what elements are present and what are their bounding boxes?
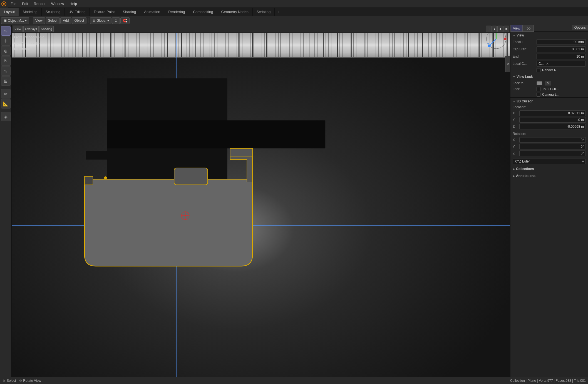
status-info: Collection | Plane | Verts:977 | Faces:9… [510, 379, 586, 383]
clip-start-label: Clip Start [513, 47, 535, 51]
view-lock-header[interactable]: ▼ View Lock [510, 73, 588, 80]
tab-uv-editing[interactable]: UV Editing [64, 8, 90, 16]
tab-texture-paint[interactable]: Texture Paint [90, 8, 119, 16]
transform-space-btn[interactable]: ⊕ Global ▾ [90, 17, 111, 24]
add-menu-btn[interactable]: Add [60, 17, 71, 24]
transform-icon: ⊕ [93, 19, 95, 23]
to-3d-cursor-checkbox[interactable] [537, 87, 540, 91]
proportional-btn[interactable]: ⊙ [112, 17, 120, 24]
viewport-toolbar: View Overlays Shading ⬚ ● ◑ ◉ [12, 25, 510, 33]
cursor-rz-value[interactable]: 0° [519, 151, 586, 156]
sidebar-toggle[interactable]: N [505, 56, 510, 72]
cursor-3d-arrow: ▼ [513, 100, 515, 103]
tab-geometry-nodes[interactable]: Geometry Nodes [217, 8, 252, 16]
lock-to-picker[interactable]: ⇱ [545, 81, 551, 85]
to-3d-cursor-text: To 3D Cu... [542, 87, 559, 91]
snap-btn[interactable]: 🧲 [120, 17, 130, 24]
object-menu-btn[interactable]: Object [72, 17, 87, 24]
crosshair-horizontal [12, 225, 510, 226]
annotations-header[interactable]: ▶ Annotations [510, 172, 588, 179]
blender-logo [0, 0, 8, 8]
view-menu-btn[interactable]: View [33, 17, 45, 24]
select-label: Select [7, 379, 16, 383]
cursor-y-row: Y -0 m [510, 117, 588, 123]
rotate-tool-btn[interactable]: ↻ [1, 56, 11, 66]
svg-point-1 [3, 3, 5, 5]
tab-animation[interactable]: Animation [140, 8, 164, 16]
local-camera-clear[interactable]: ✕ [545, 62, 550, 66]
viewport[interactable]: View Overlays Shading ⬚ ● ◑ ◉ [12, 25, 510, 377]
clip-end-value[interactable]: 10 m [537, 54, 586, 59]
menu-edit[interactable]: Edit [19, 0, 31, 8]
status-bar: 🖱 Select ⊙ Rotate View Collection | Plan… [0, 377, 588, 384]
cursor-tool-btn[interactable]: ✛ [1, 36, 11, 46]
dropdown-arrow: ▾ [25, 19, 27, 23]
panel-view-tab[interactable]: View [510, 25, 523, 32]
transform-tool-btn[interactable]: ⊞ [1, 76, 11, 86]
material-btn[interactable]: ◑ [497, 26, 503, 32]
left-toolbar: ↖ ✛ ⊕ ↻ ⤡ ⊞ ✏ 📐 ◈ [0, 25, 12, 377]
menu-render[interactable]: Render [31, 0, 48, 8]
tab-sculpting[interactable]: Sculpting [42, 8, 64, 16]
rotate-status: ⊙ Rotate View [19, 379, 41, 383]
viewport-shading-btn[interactable]: Shading [39, 26, 54, 32]
rotation-label: Rotation: [513, 132, 535, 136]
add-workspace-button[interactable]: + [275, 9, 283, 14]
collections-header[interactable]: ▶ Collections [510, 165, 588, 172]
viewport-view-btn[interactable]: View [13, 26, 23, 32]
options-button[interactable]: Options [572, 25, 588, 30]
view-lock-title: View Lock [517, 75, 533, 79]
tab-compositing[interactable]: Compositing [189, 8, 217, 16]
focal-length-value[interactable]: 90 mm [537, 39, 586, 45]
cursor-ry-value[interactable]: 0° [519, 144, 586, 149]
camera-to-checkbox[interactable] [537, 93, 540, 97]
mesh-object [12, 25, 510, 286]
cursor-z-value[interactable]: -0.00568 m [519, 124, 586, 129]
cursor-z-row: Z -0.00568 m [510, 123, 588, 130]
view-section-header[interactable]: ▼ View [510, 32, 588, 38]
camera-to-text: Camera t... [542, 93, 559, 97]
select-status: 🖱 Select [2, 379, 16, 383]
tab-shading[interactable]: Shading [119, 8, 140, 16]
euler-label: XYZ Euler [515, 159, 530, 163]
local-camera-field[interactable]: C... ✕ [537, 61, 586, 67]
local-camera-row: Local C... C... ✕ [510, 60, 588, 67]
tab-layout[interactable]: Layout [0, 8, 19, 16]
proportional-icon: ⊙ [115, 19, 117, 23]
measure-tool-btn[interactable]: 📐 [1, 99, 11, 109]
cursor-3d-header[interactable]: ▼ 3D Cursor [510, 98, 588, 104]
rendered-btn[interactable]: ◉ [503, 26, 509, 32]
select-tool-btn[interactable]: ↖ [1, 26, 11, 36]
cursor-x-label: X [513, 111, 518, 115]
view-section: ▼ View Focal L... 90 mm Clip Start 0.001… [510, 32, 588, 73]
menu-help[interactable]: Help [67, 0, 80, 8]
cursor-rx-value[interactable]: 0° [519, 137, 586, 143]
tab-scripting[interactable]: Scripting [253, 8, 275, 16]
menu-window[interactable]: Window [48, 0, 67, 8]
cursor-y-value[interactable]: -0 m [519, 117, 586, 123]
lock-to-swatch[interactable] [537, 81, 542, 85]
cursor-ry-label: Y [513, 145, 518, 149]
wireframe-btn[interactable]: ⬚ [486, 26, 492, 32]
tab-rendering[interactable]: Rendering [164, 8, 189, 16]
move-tool-btn[interactable]: ⊕ [1, 46, 11, 56]
scale-tool-btn[interactable]: ⤡ [1, 66, 11, 76]
panel-tool-tab[interactable]: Tool [523, 25, 534, 32]
render-region-checkbox[interactable] [537, 68, 540, 72]
euler-selector[interactable]: XYZ Euler ▾ [513, 159, 586, 164]
separator-1 [31, 18, 31, 23]
menu-file[interactable]: File [8, 0, 19, 8]
rotate-label: Rotate View [23, 379, 41, 383]
tab-modeling[interactable]: Modeling [19, 8, 42, 16]
euler-arrow: ▾ [582, 159, 584, 163]
cursor-x-value[interactable]: 0.02811 m [519, 110, 586, 116]
annotate-tool-btn[interactable]: ✏ [1, 89, 11, 99]
select-menu-btn[interactable]: Select [46, 17, 60, 24]
viewport-overlays-btn[interactable]: Overlays [23, 26, 39, 32]
object-mode-btn[interactable]: ▣ Object M... ▾ [1, 17, 29, 24]
cursor-ry-row: Y 0° [510, 143, 588, 150]
solid-btn[interactable]: ● [492, 26, 497, 32]
clip-end-row: End 10 m [510, 53, 588, 60]
clip-start-value[interactable]: 0.001 m [537, 46, 586, 52]
add-object-btn[interactable]: ◈ [1, 112, 11, 121]
